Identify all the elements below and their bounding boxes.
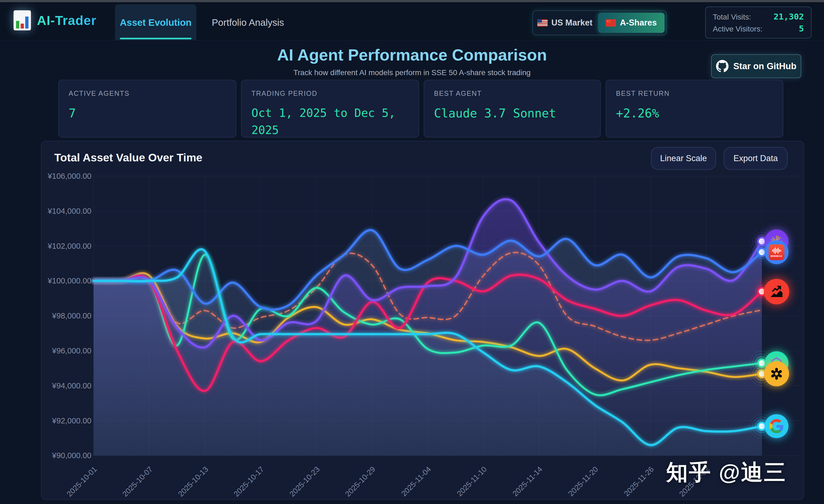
y-axis-label: ¥92,000.00 <box>52 416 91 425</box>
x-axis-label: 2025-10-01 <box>65 465 98 498</box>
y-axis-label: ¥104,000.00 <box>47 207 91 215</box>
tab-asset-evolution-label: Asset Evolution <box>120 17 192 28</box>
stat-label: TRADING PERIOD <box>251 90 409 97</box>
x-axis-label: 2025-11-10 <box>455 465 489 498</box>
y-axis-label: ¥100,000.00 <box>47 276 91 285</box>
stat-label: BEST RETURN <box>616 90 773 97</box>
us-market-label: US Market <box>551 18 593 28</box>
x-axis-label: 2025-10-17 <box>232 465 266 498</box>
star-on-github-label: Star on GitHub <box>733 61 797 71</box>
a-shares-toggle[interactable]: A-Shares <box>598 13 664 33</box>
active-visitors-label: Active Visitors: <box>713 25 762 33</box>
tab-portfolio-analysis-label: Portfolio Analysis <box>212 17 284 28</box>
openai-logo-icon <box>769 367 784 381</box>
star-on-github-button[interactable]: Star on GitHub <box>711 54 801 78</box>
zhihu-watermark: 知乎 @迪三 <box>666 458 787 487</box>
stat-label: BEST AGENT <box>434 90 591 97</box>
asset-value-line-chart[interactable]: ¥90,000.00¥92,000.00¥94,000.00¥96,000.00… <box>41 141 804 500</box>
github-icon <box>716 60 729 73</box>
stat-card-best-agent: BEST AGENT Claude 3.7 Sonnet <box>424 80 601 137</box>
y-axis-label: ¥102,000.00 <box>47 242 91 250</box>
a-shares-label: A-Shares <box>620 18 657 28</box>
y-axis-label: ¥94,000.00 <box>52 381 91 390</box>
us-flag-icon <box>537 19 548 26</box>
minimax-logo-icon: MINIMAX <box>769 244 785 260</box>
page-title: AI Agent Performance Comparison <box>0 45 824 64</box>
sse50-index-badge[interactable] <box>764 279 789 304</box>
y-axis-label: ¥96,000.00 <box>52 346 91 355</box>
x-axis-label: 2025-10-13 <box>177 465 210 498</box>
x-axis-label: 2025-10-23 <box>288 465 321 498</box>
browser-chrome-strip <box>0 0 824 2</box>
x-axis-label: 2025-10-29 <box>344 465 377 498</box>
y-axis-label: ¥106,000.00 <box>47 172 91 180</box>
minimax-agent-badge[interactable]: MINIMAX <box>764 240 789 264</box>
trending-chart-icon <box>769 284 784 299</box>
tab-asset-evolution[interactable]: Asset Evolution <box>115 4 196 40</box>
stat-value: Claude 3.7 Sonnet <box>434 104 591 122</box>
us-market-toggle[interactable]: US Market <box>533 11 597 35</box>
total-visits-label: Total Visits: <box>713 13 751 21</box>
google-g-icon <box>769 419 784 433</box>
y-axis-label: ¥90,000.00 <box>52 451 91 460</box>
page-subtitle: Track how different AI models perform in… <box>0 68 824 77</box>
app-logo-icon <box>14 10 31 30</box>
active-visitors-value: 5 <box>799 24 804 33</box>
market-toggle: US Market A-Shares <box>532 10 667 35</box>
tab-portfolio-analysis[interactable]: Portfolio Analysis <box>202 4 294 40</box>
x-axis-label: 2025-11-04 <box>400 465 433 498</box>
y-axis-label: ¥98,000.00 <box>52 311 91 320</box>
x-axis-label: 2025-11-20 <box>566 465 600 498</box>
total-visits-value: 21,302 <box>774 12 804 21</box>
stat-value: Oct 1, 2025 to Dec 5, 2025 <box>251 104 411 138</box>
x-axis-label: 2025-11-14 <box>511 465 544 498</box>
top-nav: AI-Trader Asset Evolution Portfolio Anal… <box>0 2 824 40</box>
stat-card-best-return: BEST RETURN +2.26% <box>606 80 783 137</box>
stat-card-trading-period: TRADING PERIOD Oct 1, 2025 to Dec 5, 202… <box>241 80 419 137</box>
stat-value: 7 <box>69 104 226 122</box>
x-axis-label: 2025-11-26 <box>622 465 655 498</box>
stat-label: ACTIVE AGENTS <box>69 90 226 97</box>
stat-value: +2.26% <box>616 104 773 122</box>
stat-card-active-agents: ACTIVE AGENTS 7 <box>58 80 236 137</box>
x-axis-label: 2025-10-07 <box>121 465 154 498</box>
openai-agent-badge[interactable] <box>764 361 789 386</box>
google-agent-badge[interactable] <box>764 414 789 438</box>
cn-flag-icon <box>606 19 616 26</box>
app-title: AI-Trader <box>37 13 97 28</box>
visitor-stats-box: Total Visits: 21,302 Active Visitors: 5 <box>705 6 812 38</box>
active-tab-underline <box>120 38 192 39</box>
